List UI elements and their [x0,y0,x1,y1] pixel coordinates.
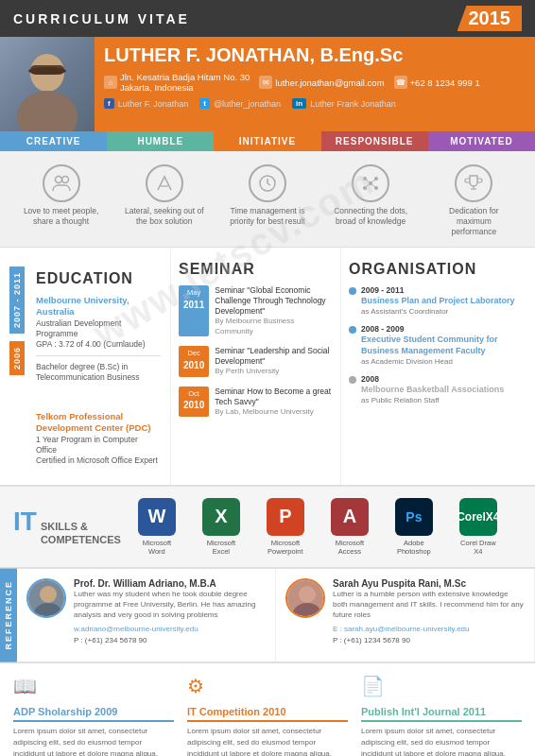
access-icon: A [331,498,369,536]
edu-school-1: Telkom Professional Development Center (… [36,411,161,435]
seminar-date-2: Oct 2010 [179,387,209,417]
ref-info-1: Sarah Ayu Puspita Rani, M.Sc Luther is a… [333,578,525,647]
linkedin-link[interactable]: in Luther Frank Jonathan [292,98,396,109]
edu-entry-1: Telkom Professional Development Center (… [36,411,161,466]
svg-point-24 [299,586,316,603]
org-entry-2: 2008 Melbourne Basketball Associations a… [349,374,527,405]
ref-person-1: Sarah Ayu Puspita Rani, M.Sc Luther is a… [285,578,525,647]
reference-section: REFERENCE Prof. Dr. William Adriano, M.B… [0,567,535,662]
skills-bar: CREATIVE HUMBLE INITIATIVE RESPONSIBLE M… [0,131,535,151]
award-icon-2: 📄 [361,675,388,701]
award-icon-1: ⚙ [187,675,214,701]
ppt-icon: P [267,498,304,536]
edu-degree-0: Bachelor degree (B.Sc) in Telecommunicat… [36,362,161,383]
svg-line-16 [365,183,371,188]
org-dot-2 [349,376,356,384]
corel-label: Corel DrawX4 [450,539,507,556]
icon-connect: Connecting the dots,broad of knowledge [328,164,413,237]
corel-icon: CorelX4 [459,498,497,536]
seminar-details-0: Seminar "Global Economic Challenge Throu… [215,285,333,336]
cv-title: CURRICULUM VITAE [13,11,190,26]
it-sub-label: SKILLS &COMPETENCES [41,520,121,547]
ref-card-0: Prof. Dr. William Adriano, M.B.A Luther … [17,569,276,662]
it-skills-section: IT SKILLS &COMPETENCES W MicrosoftWord X… [0,485,535,567]
app-access: A MicrosoftAccess [321,498,378,556]
seminar-date-0: May 2011 [179,285,209,336]
edu-entry-0: Melbourne University, Australia Australi… [36,295,161,383]
svg-point-21 [40,586,57,603]
li-icon: in [292,98,306,109]
svg-line-17 [371,183,376,188]
phone-contact: ☎ +62 8 1234 999 1 [394,72,480,93]
year-badge: 2015 [457,6,523,31]
org-dot-0 [349,287,356,295]
edu-program-1: 1 Year Program in Computer Office [36,435,161,455]
photoshop-icon: Ps [395,498,433,536]
home-icon: ⌂ [104,76,117,89]
ref-person-0: Prof. Dr. William Adriano, M.B.A Luther … [26,578,266,647]
org-details-1: 2008 - 2009 Executive Student Community … [361,324,527,367]
seminar-details-2: Seminar How to Become a great Tech Savvy… [215,387,333,417]
access-label: MicrosoftAccess [321,539,378,556]
award-0: 📖 ADP Sholarship 2009 Lorem ipsum dolor … [13,675,174,756]
email-text: luther.jonathan@gmail.com [275,77,384,88]
address-text: Jln. Kesatria Badja Hitam No. 30 Jakarta… [120,72,250,93]
org-details-0: 2009 - 2011 Business Plan and Project La… [361,285,515,317]
ppt-label: MicrosoftPowerpoint [257,539,314,556]
seminar-section: SEMINAR May 2011 Seminar "Global Economi… [170,248,340,485]
skill-motivated: MOTIVATED [428,131,535,151]
meet-icon [43,164,80,202]
facebook-label: Luther F. Jonathan [118,99,189,109]
org-details-2: 2008 Melbourne Basketball Associations a… [361,374,504,405]
twitter-link[interactable]: t @luther_jonathan [199,98,281,109]
ref-name-1: Sarah Ayu Puspita Rani, M.Sc [333,578,525,589]
seminar-title: SEMINAR [179,261,333,278]
edu-program-0: Australian Development Programme [36,318,161,339]
ref-bio-0: Luther was my student when he took doubl… [74,589,266,621]
skill-humble: HUMBLE [107,131,214,151]
fb-icon: f [104,98,114,109]
excel-label: MicrosoftExcel [193,539,250,556]
photoshop-label: AdobePhotoshop [386,539,442,556]
it-title: IT SKILLS &COMPETENCES [13,507,121,547]
profile-info: LUTHER F. JONATHAN, B.Eng.Sc ⌂ Jln. Kesa… [95,37,535,131]
ref-avatar-1 [285,578,325,618]
profile-contacts: ⌂ Jln. Kesatria Badja Hitam No. 30 Jakar… [104,72,526,93]
excel-icon: X [202,498,240,536]
app-excel: X MicrosoftExcel [193,498,250,556]
icon-time: Time management ispriority for best resu… [225,164,310,237]
icon-lateral: Lateral, seeking out ofthe box solution [122,164,207,237]
award-text-0: Lorem ipsum dolor sit amet, consectetur … [13,726,174,756]
education-content: EDUCATION Melbourne University, Australi… [36,261,161,466]
icons-section: Love to meet people,share a thought Late… [0,151,535,248]
app-corel: CorelX4 Corel DrawX4 [450,498,507,556]
education-title: EDUCATION [36,270,161,287]
org-title: ORGANISATION [349,261,527,278]
connect-label: Connecting the dots,broad of knowledge [328,206,413,227]
profile-photo [0,37,95,131]
skill-initiative: INITIATIVE [214,131,320,151]
app-photoshop: Ps AdobePhotoshop [386,498,442,556]
social-bar: f Luther F. Jonathan t @luther_jonathan … [104,96,526,111]
tw-icon: t [199,98,210,109]
ref-name-0: Prof. Dr. William Adriano, M.B.A [74,578,266,589]
twitter-label: @luther_jonathan [214,99,281,109]
education-section: 2007 - 2011 2006 EDUCATION Melbourne Uni… [0,248,170,485]
seminar-entry-2: Oct 2010 Seminar How to Become a great T… [179,387,333,417]
award-title-2: Publish Int'l Journal 2011 [361,706,522,722]
address-contact: ⌂ Jln. Kesatria Badja Hitam No. 30 Jakar… [104,72,250,93]
profile-section: LUTHER F. JONATHAN, B.Eng.Sc ⌂ Jln. Kesa… [0,37,535,131]
awards-section: 📖 ADP Sholarship 2009 Lorem ipsum dolor … [0,662,535,756]
trophy-label: Dedication for maximumperformance [431,206,516,237]
reference-label: REFERENCE [0,569,17,662]
lateral-icon [146,164,183,202]
facebook-link[interactable]: f Luther F. Jonathan [104,98,188,109]
svg-point-5 [61,177,68,183]
org-dot-1 [349,326,356,334]
header-bar: CURRICULUM VITAE 2015 [0,0,535,37]
main-content: 2007 - 2011 2006 EDUCATION Melbourne Uni… [0,248,535,485]
award-title-1: IT Competition 2010 [187,706,348,722]
award-icon-0: 📖 [13,675,40,701]
org-entry-0: 2009 - 2011 Business Plan and Project La… [349,285,527,317]
time-label: Time management ispriority for best resu… [225,206,310,227]
